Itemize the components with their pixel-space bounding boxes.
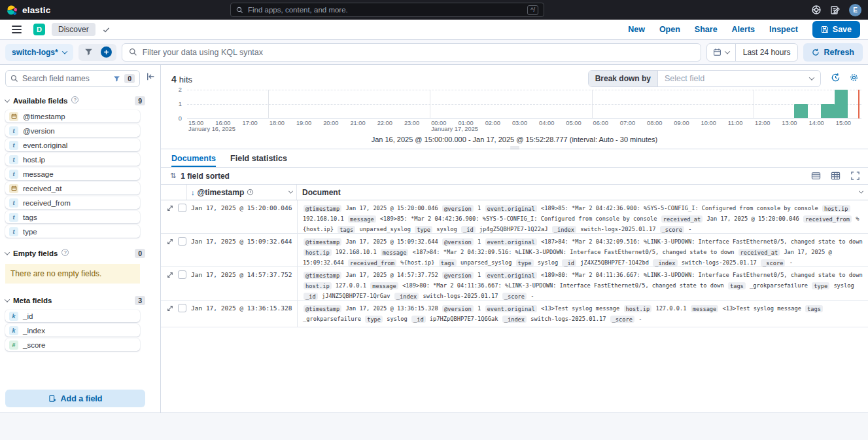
row-checkbox[interactable] <box>178 237 186 246</box>
row-checkbox[interactable] <box>178 270 186 279</box>
histogram-bar[interactable] <box>835 90 848 118</box>
field-item-type[interactable]: ttype <box>5 225 140 238</box>
sort-toolbar: ⇅ 1 field sorted <box>161 168 868 185</box>
available-fields-header[interactable]: Available fields ? 9 <box>5 96 145 105</box>
breakdown-select[interactable]: Select field <box>658 71 820 86</box>
string-field-icon: t <box>9 213 18 222</box>
refresh-button[interactable]: Refresh <box>803 43 863 62</box>
document-header-label: Document <box>302 188 341 197</box>
nav-link-open[interactable]: Open <box>659 25 680 34</box>
grid-density-icon[interactable] <box>831 171 841 181</box>
x-tick-label: 21:00 <box>349 120 365 126</box>
expand-row-icon[interactable] <box>166 238 174 246</box>
save-icon <box>821 26 829 33</box>
search-icon <box>236 7 243 14</box>
section-label: Available fields <box>13 97 67 105</box>
help-icon[interactable] <box>811 5 822 15</box>
time-interval-icon[interactable] <box>831 73 841 82</box>
news-icon[interactable] <box>830 5 841 15</box>
document-column-header[interactable]: Document <box>297 185 868 200</box>
nav-link-alerts[interactable]: Alerts <box>732 25 755 34</box>
field-search-input[interactable]: Search field names 0 <box>5 70 140 87</box>
available-count-badge: 9 <box>135 96 145 105</box>
chart-resize-divider[interactable] <box>161 143 868 149</box>
global-search-input[interactable]: Find apps, content, and more. ^/ <box>230 3 544 17</box>
row-document[interactable]: @timestamp Jan 17, 2025 @ 14:57:37.752 @… <box>297 267 868 300</box>
nav-link-inspect[interactable]: Inspect <box>769 25 798 34</box>
row-document[interactable]: @timestamp Jan 17, 2025 @ 13:36:15.328 @… <box>297 301 868 327</box>
string-field-icon: t <box>9 126 18 136</box>
row-checkbox[interactable] <box>178 204 186 212</box>
expand-row-icon[interactable] <box>166 204 174 212</box>
doc-field-name: event.original <box>485 205 537 212</box>
x-tick-label: 05:00 <box>564 120 581 126</box>
field-item-_id[interactable]: k_id <box>5 310 140 322</box>
tab-field-statistics[interactable]: Field statistics <box>230 149 287 167</box>
meta-fields-header[interactable]: Meta fields 3 <box>5 296 145 305</box>
discover-app-badge[interactable]: D <box>33 24 45 35</box>
field-item-@timestamp[interactable]: @timestamp <box>5 110 140 122</box>
refresh-label: Refresh <box>824 48 854 57</box>
string-field-icon: t <box>9 170 18 179</box>
discover-main: 4 hits Break down by Select field 012 <box>160 65 868 412</box>
field-item-_score[interactable]: #_score <box>5 339 140 351</box>
resize-handle-icon <box>510 145 519 151</box>
doc-field-name: tags <box>439 259 457 266</box>
add-filter-button[interactable] <box>97 45 115 60</box>
collapse-sidebar-icon[interactable] <box>147 72 156 81</box>
app-navbar: D Discover NewOpenShareAlertsInspect Sav… <box>0 20 868 40</box>
chart-options-gear-icon[interactable] <box>849 73 859 82</box>
field-item-event.original[interactable]: tevent.original <box>5 139 140 151</box>
x-tick-label: 01:00 <box>457 120 473 126</box>
row-document[interactable]: @timestamp Jan 17, 2025 @ 15:09:32.644 @… <box>297 234 868 266</box>
sort-fields-icon[interactable]: ⇅ <box>170 172 176 180</box>
sort-summary[interactable]: 1 field sorted <box>181 172 230 181</box>
timestamp-column-header[interactable]: ↓ @timestamp <box>187 185 297 200</box>
time-range-value[interactable]: Last 24 hours <box>736 48 798 57</box>
filter-funnel-icon[interactable] <box>80 45 97 60</box>
column-options-icon[interactable] <box>288 189 293 194</box>
x-tick-label: 17:00 <box>241 120 257 126</box>
section-label: Empty fields <box>13 249 58 257</box>
menu-icon[interactable] <box>12 26 22 33</box>
field-filter-icon[interactable] <box>113 75 120 82</box>
y-tick-label: 1 <box>179 101 182 107</box>
field-item-message[interactable]: tmessage <box>5 168 140 180</box>
field-name: tags <box>23 213 37 221</box>
hits-label: hits <box>179 75 192 84</box>
field-item-_index[interactable]: k_index <box>5 324 140 337</box>
kibana-discover-app: elastic Find apps, content, and more. ^/… <box>0 0 868 413</box>
refresh-icon <box>812 48 820 56</box>
add-field-button[interactable]: Add a field <box>5 390 145 407</box>
doc-field-name: _id <box>304 293 318 300</box>
save-button[interactable]: Save <box>812 21 860 38</box>
doc-field-name: message <box>348 215 376 223</box>
field-item-tags[interactable]: ttags <box>5 211 140 223</box>
tab-documents[interactable]: Documents <box>171 149 216 167</box>
doc-field-name: @timestamp <box>304 238 341 246</box>
field-item-received_from[interactable]: treceived_from <box>5 196 140 209</box>
expand-row-icon[interactable] <box>166 271 174 279</box>
kql-search-input[interactable]: Filter your data using KQL syntax <box>122 43 701 62</box>
empty-fields-header[interactable]: Empty fields ? 0 <box>5 249 145 258</box>
nav-link-share[interactable]: Share <box>695 25 718 34</box>
column-options-icon[interactable] <box>859 189 863 194</box>
y-axis-labels: 012 <box>171 90 184 119</box>
nav-link-new[interactable]: New <box>628 25 645 34</box>
data-view-selector[interactable]: switch-logs* <box>5 44 73 61</box>
elastic-brand[interactable]: elastic <box>0 5 50 16</box>
field-item-host.ip[interactable]: thost.ip <box>5 153 140 166</box>
row-checkbox[interactable] <box>178 304 186 312</box>
user-avatar[interactable]: E <box>849 4 861 16</box>
expand-row-icon[interactable] <box>166 304 174 312</box>
field-item-received_at[interactable]: received_at <box>5 182 140 194</box>
breadcrumb[interactable]: Discover <box>52 23 95 36</box>
histogram-bar[interactable] <box>794 104 808 119</box>
fullscreen-icon[interactable] <box>850 171 860 181</box>
doc-field-name: event.original <box>485 305 537 312</box>
calendar-button[interactable] <box>707 44 736 61</box>
histogram-bar[interactable] <box>821 104 835 119</box>
row-height-icon[interactable] <box>811 171 821 181</box>
row-document[interactable]: @timestamp Jan 17, 2025 @ 15:20:00.046 @… <box>297 200 868 233</box>
field-item-@version[interactable]: t@version <box>5 124 140 137</box>
